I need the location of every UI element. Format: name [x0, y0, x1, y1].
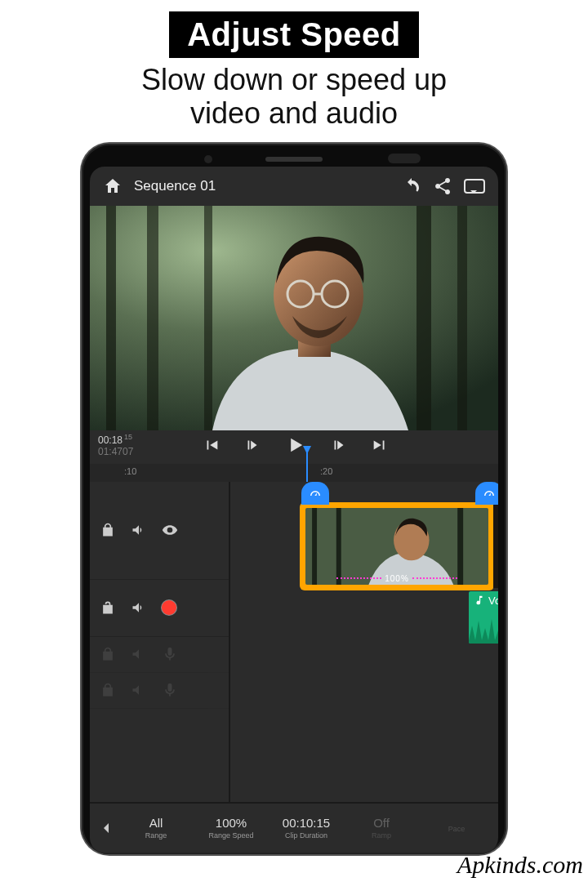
- app-header: Sequence 01: [90, 167, 498, 206]
- promo-subtitle: Slow down or speed up video and audio: [0, 63, 588, 131]
- audio-track-3-header: [90, 673, 229, 709]
- feedback-icon[interactable]: [464, 179, 485, 194]
- audio-clip-name: VoiceOver_2: [488, 595, 498, 607]
- volume-icon[interactable]: [131, 682, 147, 698]
- range-speed-control[interactable]: 100% Range Speed: [196, 816, 266, 840]
- svg-rect-13: [336, 508, 341, 585]
- promo-header: Adjust Speed Slow down or speed up video…: [0, 0, 588, 137]
- ruler-tick-20: :20: [320, 466, 332, 476]
- svg-rect-5: [457, 206, 467, 430]
- svg-rect-2: [147, 206, 158, 430]
- phone-frame: Sequence 01: [82, 144, 506, 854]
- ruler-tick-10: :10: [124, 466, 136, 476]
- video-clip-next[interactable]: [493, 505, 498, 588]
- timecode-current: 00:1815: [98, 434, 133, 446]
- mic-icon[interactable]: [162, 646, 178, 662]
- svg-rect-12: [312, 508, 317, 585]
- audio-waveform: [469, 616, 498, 644]
- sequence-title[interactable]: Sequence 01: [134, 178, 216, 194]
- svg-rect-1: [106, 206, 116, 430]
- video-clip-selected[interactable]: 100%: [302, 505, 492, 588]
- undo-icon[interactable]: [402, 176, 421, 196]
- eye-icon[interactable]: [162, 522, 178, 538]
- back-icon[interactable]: [96, 818, 116, 838]
- video-track-header: [90, 482, 229, 580]
- lock-icon[interactable]: [100, 522, 116, 538]
- playhead[interactable]: [306, 446, 308, 482]
- record-icon[interactable]: [162, 600, 176, 615]
- svg-rect-4: [416, 206, 431, 430]
- ramp-control[interactable]: Off Ramp: [346, 816, 416, 840]
- mic-icon[interactable]: [162, 682, 178, 698]
- promo-subtitle-line1: Slow down or speed up: [141, 63, 447, 96]
- share-icon[interactable]: [433, 176, 452, 196]
- unlock-icon[interactable]: [100, 599, 116, 616]
- audio-track-2-header: [90, 637, 229, 673]
- speed-tool-bar: All Range 100% Range Speed 00:10:15 Clip…: [90, 802, 498, 853]
- promo-banner: Adjust Speed: [169, 11, 419, 58]
- music-note-icon: [474, 595, 485, 606]
- speed-gauge-icon[interactable]: [301, 482, 329, 505]
- frame-back-icon[interactable]: [243, 436, 261, 454]
- speed-gauge-icon[interactable]: [475, 482, 498, 505]
- skip-end-icon[interactable]: [371, 436, 389, 454]
- clip-speed-label: 100%: [302, 574, 492, 586]
- play-icon[interactable]: [284, 434, 307, 457]
- track-lanes[interactable]: 100% VoiceOver_2: [229, 482, 498, 802]
- svg-rect-18: [493, 505, 498, 588]
- timeline-ruler[interactable]: :10 :20: [90, 464, 498, 482]
- promo-subtitle-line2: video and audio: [190, 96, 398, 130]
- home-icon[interactable]: [103, 176, 122, 196]
- watermark-text: Apkinds.com: [457, 851, 583, 879]
- lock-icon[interactable]: [100, 646, 116, 662]
- volume-icon[interactable]: [131, 522, 147, 538]
- timecode-duration: 01:4707: [98, 446, 133, 457]
- range-control[interactable]: All Range: [121, 816, 191, 840]
- timeline[interactable]: 100% VoiceOver_2: [90, 482, 498, 802]
- svg-rect-14: [457, 508, 463, 585]
- svg-rect-3: [204, 206, 212, 430]
- pace-control[interactable]: Pace: [421, 823, 492, 833]
- clip-duration-control[interactable]: 00:10:15 Clip Duration: [271, 816, 341, 840]
- video-preview[interactable]: [90, 206, 498, 430]
- phone-hardware-bar: [90, 155, 498, 167]
- skip-start-icon[interactable]: [203, 436, 220, 454]
- volume-icon[interactable]: [131, 599, 147, 616]
- frame-forward-icon[interactable]: [330, 436, 348, 454]
- transport-bar: 00:1815 01:4707: [90, 430, 498, 464]
- volume-icon[interactable]: [131, 646, 147, 662]
- audio-track-1-header: [90, 580, 229, 637]
- track-headers: [90, 482, 229, 802]
- lock-icon[interactable]: [100, 682, 116, 698]
- audio-clip[interactable]: VoiceOver_2: [469, 591, 498, 644]
- app-screen: Sequence 01: [90, 167, 498, 853]
